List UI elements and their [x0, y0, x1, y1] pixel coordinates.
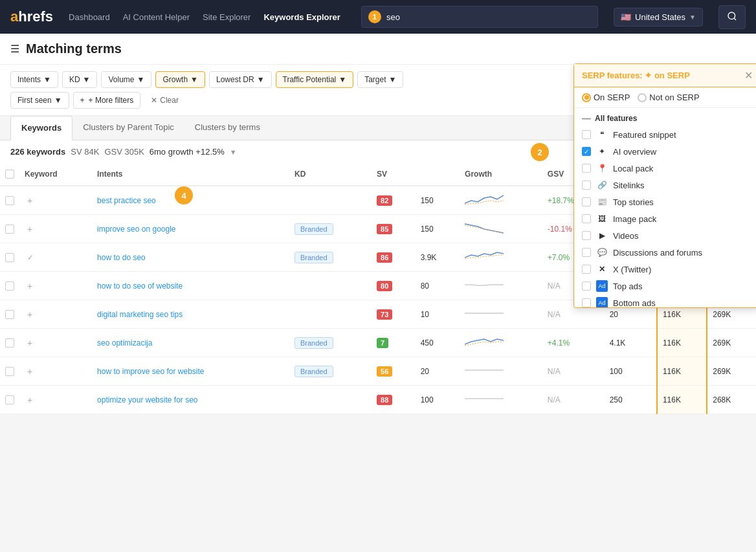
add-keyword-button[interactable]: + — [25, 366, 35, 377]
serp-feature-bottom-ads[interactable]: Ad Bottom ads — [574, 294, 756, 307]
radio-on-serp — [582, 93, 591, 102]
row-intents-cell: Branded — [289, 215, 372, 243]
tab-keywords[interactable]: Keywords — [10, 116, 72, 140]
filter-first-seen[interactable]: First seen ▼ — [10, 92, 69, 109]
add-keyword-button[interactable]: + — [25, 224, 35, 234]
sparkline-chart — [465, 362, 504, 378]
filter-target[interactable]: Target ▼ — [357, 71, 403, 88]
clear-button[interactable]: ✕ Clear — [144, 93, 185, 108]
row-tp-cell: 116K — [657, 357, 707, 386]
more-filters-button[interactable]: + + More filters — [73, 92, 141, 109]
keyword-link[interactable]: seo optimizacija — [97, 338, 152, 348]
kd-badge: 7 — [377, 338, 388, 348]
serp-panel-header: SERP features: ✦ on SERP ✕ — [574, 64, 756, 87]
serp-feature-twitter[interactable]: ✕ X (Twitter) — [574, 261, 756, 278]
serp-feature-videos[interactable]: ▶ Videos — [574, 227, 756, 244]
filter-traffic-potential[interactable]: Traffic Potential ▼ — [276, 71, 354, 88]
row-checkbox[interactable] — [5, 338, 14, 348]
serp-features-list: ❝ Featured snippet ✦ AI overview 📍 Local… — [574, 126, 756, 307]
add-keyword-button[interactable]: + — [25, 281, 35, 291]
country-flag: 🇺🇸 — [621, 12, 631, 22]
chevron-down-icon: ▼ — [689, 14, 696, 21]
serp-feature-top-stories[interactable]: 📰 Top stories — [574, 193, 756, 210]
filter-lowest-dr[interactable]: Lowest DR ▼ — [209, 71, 272, 88]
filter-growth[interactable]: Growth ▼ — [155, 71, 205, 88]
sparkline-chart — [465, 334, 504, 349]
keyword-link[interactable]: digital marketing seo tips — [97, 310, 183, 319]
select-all-checkbox[interactable] — [5, 170, 14, 179]
th-keyword[interactable]: Keyword — [19, 163, 92, 186]
row-checkbox[interactable] — [5, 253, 14, 262]
add-keyword-button[interactable]: + — [25, 309, 35, 320]
kd-badge: 86 — [377, 252, 392, 263]
row-checkbox[interactable] — [5, 310, 14, 319]
th-kd[interactable]: KD — [289, 163, 372, 186]
serp-feature-featured-snippet[interactable]: ❝ Featured snippet — [574, 126, 756, 143]
serp-option-on-serp[interactable]: On SERP — [582, 93, 630, 102]
sv-stat: SV 84K — [71, 147, 99, 157]
th-select-all — [0, 163, 19, 186]
keyword-link[interactable]: optimize your website for seo — [97, 395, 197, 404]
row-sv-cell: 20 — [416, 357, 460, 386]
row-checkbox[interactable] — [5, 196, 14, 205]
svg-line-1 — [734, 18, 736, 20]
serp-feature-top-ads[interactable]: Ad Top ads — [574, 278, 756, 294]
sparkline-chart — [465, 277, 504, 293]
keyword-link[interactable]: best practice seo — [97, 196, 156, 205]
serp-all-features-title: — All features — [574, 108, 756, 126]
serp-feature-image-pack[interactable]: 🖼 Image pack — [574, 210, 756, 227]
row-kd-cell: 82 — [372, 186, 416, 215]
keyword-count: 226 keywords — [10, 147, 65, 157]
add-keyword-button[interactable]: + — [25, 338, 35, 348]
th-sv[interactable]: SV — [372, 163, 416, 186]
serp-feature-ai-overview[interactable]: ✦ AI overview — [574, 143, 756, 160]
tab-clusters-terms[interactable]: Clusters by terms — [184, 116, 271, 140]
row-checkbox[interactable] — [5, 367, 14, 376]
menu-icon[interactable]: ☰ — [10, 43, 19, 55]
serp-feature-discussions[interactable]: 💬 Discussions and forums — [574, 244, 756, 261]
row-intents-cell — [289, 186, 372, 215]
nav-dashboard[interactable]: Dashboard — [69, 12, 110, 22]
add-keyword-button[interactable]: + — [25, 195, 35, 206]
logo: ahrefs — [10, 8, 53, 25]
filters-bar: Intents ▼ KD ▼ Volume ▼ Growth ▼ Lowest … — [0, 65, 756, 116]
row-sv-cell: 150 — [416, 186, 460, 215]
serp-feature-local-pack[interactable]: 📍 Local pack — [574, 160, 756, 177]
filter-volume[interactable]: Volume ▼ — [101, 71, 151, 88]
keyword-link[interactable]: improve seo on google — [97, 225, 175, 234]
serp-panel-close-button[interactable]: ✕ — [744, 69, 753, 82]
tab-clusters-parent[interactable]: Clusters by Parent Topic — [72, 116, 184, 140]
nav-ai-content[interactable]: AI Content Helper — [123, 12, 190, 22]
dash-icon: — — [582, 113, 591, 124]
row-checkbox[interactable] — [5, 225, 14, 234]
row-intents-cell: Branded — [289, 243, 372, 272]
row-checkbox-cell — [0, 186, 19, 215]
row-actions-cell: + — [19, 300, 92, 329]
row-checkbox-cell — [0, 357, 19, 386]
add-keyword-button[interactable]: + — [25, 395, 35, 405]
nav-site-explorer[interactable]: Site Explorer — [203, 12, 250, 22]
row-checkbox[interactable] — [5, 395, 14, 404]
branded-badge: Branded — [295, 366, 333, 377]
chevron-down-icon: ▼ — [257, 75, 265, 84]
serp-option-not-on-serp[interactable]: Not on SERP — [638, 93, 699, 102]
keyword-link[interactable]: how to improve seo for website — [97, 367, 204, 376]
row-checkbox[interactable] — [5, 282, 14, 291]
growth-dropdown-icon[interactable]: ▼ — [230, 148, 237, 156]
th-intents[interactable]: Intents — [92, 163, 289, 186]
th-growth[interactable]: Growth — [460, 163, 542, 186]
filter-intents[interactable]: Intents ▼ — [10, 71, 58, 88]
nav-keywords-explorer[interactable]: Keywords Explorer — [263, 12, 340, 22]
search-button[interactable] — [718, 5, 746, 29]
country-selector[interactable]: 🇺🇸 United States ▼ — [614, 8, 703, 27]
keyword-link[interactable]: how to do seo — [97, 253, 146, 262]
row-kd-cell: 80 — [372, 272, 416, 300]
row-intents-cell: Branded — [289, 357, 372, 386]
search-input[interactable] — [386, 12, 591, 22]
filter-kd[interactable]: KD ▼ — [62, 71, 98, 88]
row-sparkline-cell — [460, 386, 542, 414]
serp-feature-sitelinks[interactable]: 🔗 Sitelinks — [574, 177, 756, 193]
row-kd-cell: 73 — [372, 300, 416, 329]
check-keyword-button[interactable]: ✓ — [25, 253, 36, 262]
keyword-link[interactable]: how to do seo of website — [97, 282, 183, 291]
